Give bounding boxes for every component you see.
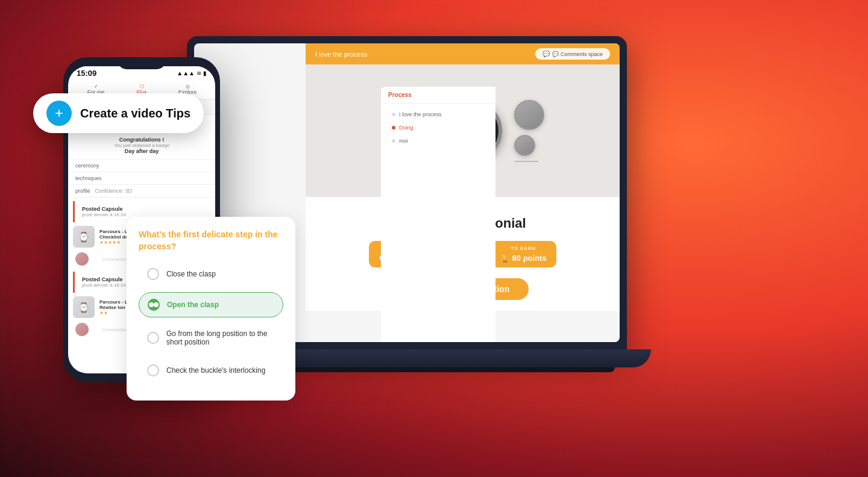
quiz-option-1[interactable]: Close the clasp	[139, 262, 283, 286]
trophy-icon: 🏆	[500, 254, 510, 263]
check-icon: ✓	[75, 84, 116, 89]
process-tab-label: Process	[381, 87, 495, 104]
watch-part-2	[514, 135, 535, 156]
battery-icon: ▮	[203, 70, 207, 76]
avatar-1	[75, 252, 89, 266]
create-tips-label: Create a video Tips	[80, 107, 190, 120]
watch-part-1	[514, 100, 544, 130]
signal-icon: ▲▲▲	[177, 70, 195, 76]
quiz-radio-2	[148, 299, 160, 311]
process-step-2[interactable]: Doing	[387, 122, 489, 134]
explore-icon: ◎	[167, 84, 208, 89]
step-dot-1	[392, 113, 395, 116]
badge-name: Day after day	[75, 148, 208, 154]
quiz-option-3[interactable]: Go from the long position to the short p…	[139, 323, 283, 352]
badge-subtitle: You just obtained a badge	[75, 143, 208, 148]
quiz-radio-4	[147, 364, 159, 376]
header-title: I love the process	[315, 51, 367, 58]
stat-earn-label: TO EARN	[500, 246, 547, 251]
posted-label-1: Posted Capsule	[82, 206, 203, 212]
quiz-question: What's the first delicate step in the pr…	[139, 229, 283, 252]
quiz-option-text-4: Check the buckle's interlocking	[166, 366, 265, 375]
profile-item: profile Confidence: 3D	[68, 185, 215, 198]
stat-earn: TO EARN 🏆 80 points	[491, 241, 556, 267]
quiz-option-text-1: Close the clasp	[166, 270, 216, 278]
capsule-thumb-1: ⌚	[73, 226, 95, 248]
quiz-card: What's the first delicate step in the pr…	[127, 217, 295, 401]
quiz-option-4[interactable]: Check the buckle's interlocking	[139, 358, 283, 382]
screen-header: I love the process 💬 💬 Comments space	[306, 43, 620, 64]
quiz-radio-3	[147, 332, 159, 344]
plus-icon: +	[46, 101, 72, 126]
capsule-thumb-2: ⌚	[73, 296, 95, 318]
process-step-3[interactable]: moi	[387, 135, 489, 147]
techniques-item: techniques	[68, 172, 215, 185]
quiz-radio-1	[147, 268, 159, 280]
radio-dot-2	[149, 302, 154, 307]
step-dot-2	[392, 126, 395, 129]
watch-parts	[514, 100, 544, 162]
process-panel: Process I love the process Doing moi	[381, 87, 495, 342]
phone-notch	[118, 57, 166, 69]
phone-status-icons: ▲▲▲ ≋ ▮	[177, 70, 207, 76]
step-dot-3	[392, 139, 395, 143]
watch-pin	[514, 161, 538, 162]
stat-earn-value: 🏆 80 points	[500, 254, 547, 263]
wifi-icon: ≋	[197, 70, 201, 76]
ceremony-item: ceremony	[68, 160, 215, 172]
phone-time: 15:09	[77, 69, 96, 78]
flux-icon: ⬡	[121, 84, 162, 89]
comment-icon: 💬	[542, 51, 550, 57]
badge-congratulations: Congratulations !	[75, 137, 208, 143]
avatar-2	[75, 323, 89, 336]
quiz-option-text-3: Go from the long position to the short p…	[166, 329, 275, 346]
create-video-tips-button[interactable]: + Create a video Tips	[33, 93, 204, 133]
quiz-option-text-2: Open the clasp	[167, 301, 219, 309]
process-step-1[interactable]: I love the process	[387, 108, 489, 120]
process-steps: I love the process Doing moi	[381, 104, 495, 153]
quiz-option-2[interactable]: Open the clasp	[139, 292, 283, 317]
comments-space-button[interactable]: 💬 💬 Comments space	[535, 48, 610, 60]
